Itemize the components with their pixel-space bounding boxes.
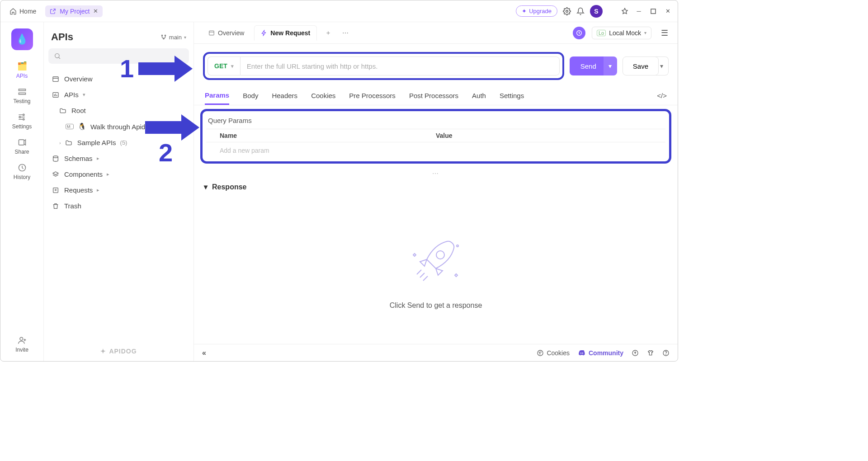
window-maximize[interactable] [649, 9, 658, 14]
env-label: Local Mock [609, 29, 641, 37]
subtab-cookies[interactable]: Cookies [311, 86, 335, 105]
save-label: Save [633, 62, 648, 70]
subtab-settings[interactable]: Settings [500, 86, 524, 105]
app-logo[interactable]: 💧 [11, 28, 33, 50]
subtab-headers[interactable]: Headers [272, 86, 297, 105]
close-icon[interactable]: ✕ [93, 8, 98, 14]
query-params-highlight: Query Params Name Value [200, 109, 671, 164]
bell-icon[interactable] [576, 7, 585, 15]
chevron-down-icon: ▾ [231, 63, 234, 69]
param-name-input[interactable] [220, 147, 436, 154]
tree-sample-apis[interactable]: › Sample APIs (5) [47, 135, 190, 151]
rail-testing[interactable]: Testing [13, 87, 30, 104]
method-selector[interactable]: GET ▾ [208, 56, 240, 75]
bottom-cookies[interactable]: Cookies [537, 349, 570, 357]
collapse-sidebar-icon[interactable]: « [202, 349, 206, 357]
response-header[interactable]: ▾ Response [194, 178, 678, 196]
subtab-params[interactable]: Params [205, 86, 229, 105]
query-param-row[interactable] [206, 142, 665, 159]
subtab-body[interactable]: Body [243, 86, 258, 105]
tree-sample-count: (5) [120, 139, 127, 146]
sidebar-brand: ✦ APIDOG [44, 341, 193, 361]
apis-icon: 🗂️ [17, 61, 27, 71]
send-button[interactable]: Send [570, 56, 607, 75]
response-label: Response [212, 183, 246, 191]
chevron-down-icon: ▾ [204, 183, 208, 191]
project-icon [50, 8, 56, 14]
tree-root[interactable]: Root [47, 103, 190, 118]
rail-apis[interactable]: 🗂️ APIs [16, 61, 28, 79]
subtab-post[interactable]: Post Processors [409, 86, 458, 105]
svg-point-28 [666, 354, 666, 355]
run-button[interactable] [573, 27, 585, 39]
svg-point-22 [538, 350, 543, 356]
bottom-community[interactable]: Community [578, 349, 623, 357]
param-value-input[interactable] [436, 147, 652, 154]
svg-rect-2 [19, 89, 25, 90]
svg-point-11 [165, 35, 165, 36]
resize-handle[interactable]: ⋯ [194, 169, 678, 178]
send-dropdown[interactable]: ▾ [604, 56, 617, 75]
avatar-initial: S [594, 8, 598, 15]
tree-overview[interactable]: Overview [47, 71, 190, 87]
tree-apis[interactable]: APIs ▾ [47, 87, 190, 103]
tree-components-label: Components [64, 170, 103, 178]
settings-icon [17, 113, 26, 122]
rail-settings[interactable]: Settings [12, 113, 32, 130]
tshirt-icon[interactable] [647, 349, 654, 357]
rail-share[interactable]: Share [14, 138, 29, 155]
tree-schemas[interactable]: Schemas ▸ [47, 151, 190, 166]
pin-icon[interactable] [621, 7, 629, 15]
response-body: Click Send to get a response [194, 196, 678, 344]
url-input[interactable] [240, 56, 560, 75]
subtab-auth[interactable]: Auth [472, 86, 486, 105]
sidebar: APIs main ▾ Overview [44, 22, 194, 361]
main-area: Overview New Request ＋ ⋯ Lo Local Mock ▾… [194, 22, 678, 361]
history-icon [18, 163, 27, 172]
save-button[interactable]: Save [623, 56, 659, 75]
discord-icon [578, 349, 586, 357]
help-icon[interactable] [662, 349, 670, 357]
trash-icon [52, 202, 60, 210]
subtab-pre[interactable]: Pre Processors [349, 86, 396, 105]
chevron-down-icon: ▾ [184, 35, 186, 40]
code-view-toggle[interactable]: </> [657, 92, 667, 99]
tree-apis-label: APIs [64, 91, 79, 99]
sidebar-search[interactable] [48, 48, 189, 64]
rail-invite[interactable]: Invite [15, 336, 28, 353]
window-minimize[interactable]: ─ [634, 8, 643, 14]
window-close[interactable]: ✕ [663, 8, 672, 14]
overview-icon [52, 75, 60, 83]
testing-icon [18, 87, 27, 96]
home-tab[interactable]: Home [6, 6, 40, 17]
svg-point-25 [540, 353, 540, 354]
svg-rect-1 [651, 9, 656, 14]
tree-trash[interactable]: Trash [47, 198, 190, 214]
avatar[interactable]: S [590, 5, 603, 18]
branch-selector[interactable]: main ▾ [160, 34, 186, 41]
rail-history[interactable]: History [14, 163, 30, 180]
project-tab-label: My Project [60, 8, 90, 15]
environment-selector[interactable]: Lo Local Mock ▾ [592, 27, 651, 39]
sidebar-title: APIs [51, 31, 73, 43]
gear-icon[interactable] [563, 7, 571, 15]
tree-components[interactable]: Components ▸ [47, 166, 190, 182]
tree-walk-through[interactable]: M 🐧 Walk through Apid [47, 118, 190, 135]
tab-new-request[interactable]: New Request [254, 25, 317, 41]
search-icon [54, 52, 61, 60]
add-tab-button[interactable]: ＋ [321, 25, 336, 41]
url-highlight: GET ▾ [203, 52, 564, 80]
tab-overview[interactable]: Overview [202, 26, 250, 40]
tab-new-request-label: New Request [270, 29, 310, 37]
project-tab[interactable]: My Project ✕ [45, 5, 103, 17]
upload-icon[interactable] [632, 349, 639, 357]
tree-requests[interactable]: Requests ▸ [47, 182, 190, 198]
tree-root-label: Root [71, 107, 86, 114]
upgrade-button[interactable]: ✦ Upgrade [516, 5, 557, 17]
svg-point-6 [23, 118, 24, 120]
markdown-icon: M [66, 124, 74, 129]
share-icon [18, 138, 27, 147]
save-dropdown[interactable]: ▾ [655, 56, 669, 75]
panel-menu[interactable]: ☰ [659, 28, 670, 38]
tab-options[interactable]: ⋯ [340, 26, 351, 40]
